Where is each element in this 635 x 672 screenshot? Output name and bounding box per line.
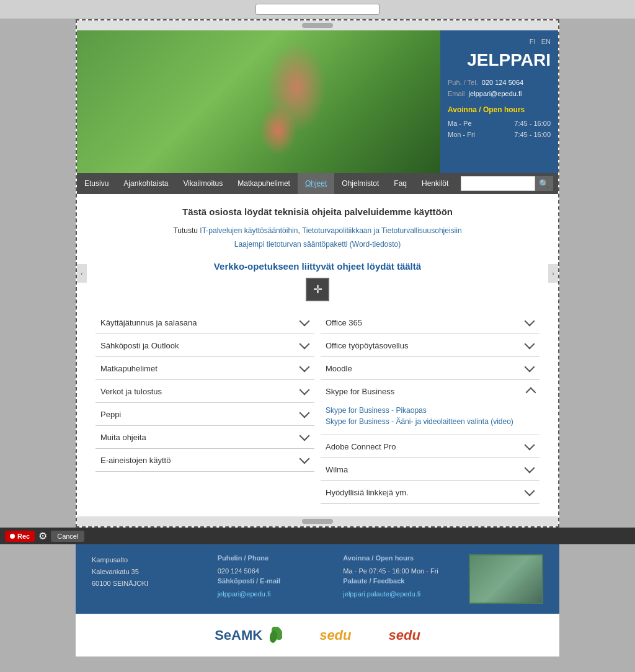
chevron-up-icon [527,386,535,396]
nav-matkapuhelimet[interactable]: Matkapuhelimet [230,173,298,194]
accordion-office-desktop: Office työpöytäsovellus [321,334,540,357]
nav-ohjeet[interactable]: Ohjeet [298,173,334,194]
lang-en[interactable]: EN [541,38,551,45]
accordion-sahkoposti: Sähköposti ja Outlook [95,334,314,357]
header-photo [77,30,443,173]
email-value: jelppari@epedu.fi [469,90,522,97]
scroll-right-arrow[interactable]: › [548,264,558,283]
accordion-header-eaineistot[interactable]: E-aineistojen käyttö [95,449,314,471]
move-handle[interactable]: ✛ [306,278,329,301]
accordion-label-office-desktop: Office työpöytäsovellus [326,341,408,350]
sedu1-logo: sedu [319,627,351,643]
header-person-image [77,30,443,173]
accordion-muita: Muita ohjeita [95,426,314,449]
lang-fi[interactable]: FI [530,38,536,45]
intro-label: Tutustu [173,226,198,235]
chevron-down-icon [300,363,309,373]
footer-feedback-link[interactable]: jelppari.palaute@epedu.fi [343,588,456,600]
link-skype-pikaopas[interactable]: Skype for Business - Pikaopas [326,406,535,415]
chevron-down-icon [525,487,535,497]
accordion-header-adobe[interactable]: Adobe Connect Pro [321,435,540,458]
main-content: Tästä osiosta löydät teknisiä ohjeita pa… [77,194,558,516]
site-footer: Kampusalto Kalevankatu 35 60100 SEINÄJOK… [76,544,559,614]
accordion-label-moodle: Moodle [326,364,352,373]
search-button[interactable]: 🔍 [535,176,553,191]
accordion-header-matkapuhelimet[interactable]: Matkapuhelimet [95,357,314,379]
footer-email-heading: Sähköposti / E-mail [218,577,331,585]
nav-vikailmoitus[interactable]: Vikailmoitus [175,173,230,194]
scroll-left-arrow[interactable]: ‹ [77,264,87,283]
hours-fi-time: 7:45 - 16:00 [514,118,551,130]
accordion-header-wilma[interactable]: Wilma [321,458,540,480]
seamk-text: SeAMK [215,627,262,643]
nav-henkilot[interactable]: Henkilöt [414,173,456,194]
record-button[interactable]: Rec [5,531,35,542]
site-header: FI EN JELPPARI Puh. / Tel. 020 124 5064 … [77,30,558,173]
footer-phone-heading: Puhelin / Phone [218,554,331,562]
nav-faq[interactable]: Faq [386,173,414,194]
chevron-down-icon [525,340,535,350]
accordion-kayttajatunnus: Käyttäjätunnus ja salasana [95,311,314,334]
move-icon-area: ✛ [95,278,540,301]
footer-address-line1: Kampusalto [92,554,205,566]
phone-value: 020 124 5064 [482,79,523,86]
accordion-skype: Skype for Business Skype for Business - … [321,380,540,435]
chevron-down-icon [300,386,309,396]
accordion-wilma: Wilma [321,458,540,481]
link-tietoturva-paketti[interactable]: Laajempi tietoturvan sääntöpaketti (Word… [234,240,401,249]
accordion-label-adobe: Adobe Connect Pro [326,442,396,451]
bottom-scrollbar[interactable] [77,516,558,526]
nav-ajankohtaista[interactable]: Ajankohtaista [116,173,175,194]
bottom-scroll-thumb [302,519,333,524]
footer-image-col [463,554,549,604]
accordion-header-peppi[interactable]: Peppi [95,403,314,425]
partners-bar: SeAMK sedu sedu [76,614,559,657]
nav-ohjelmistot[interactable]: Ohjelmistot [334,173,386,194]
verkko-section-heading[interactable]: Verkko-opetukseen liittyvät ohjeet löydä… [95,261,540,272]
phone-label: Puh. / Tel. [448,79,478,86]
link-skype-aani[interactable]: Skype for Business - Ääni- ja videolaitt… [326,417,535,426]
hours-fi-label: Ma - Pe [448,118,472,130]
hours-en-label: Mon - Fri [448,130,475,141]
accordion-office365: Office 365 [321,311,540,334]
accordion-header-muita[interactable]: Muita ohjeita [95,426,314,448]
footer-phone: 020 124 5064 [218,565,331,577]
accordion-header-verkot[interactable]: Verkot ja tulostus [95,380,314,402]
link-it-kayttosaannot[interactable]: IT-palvelujen käyttösääntöihin [200,226,298,235]
url-bar[interactable] [255,4,380,15]
accordion-header-office-desktop[interactable]: Office työpöytäsovellus [321,334,540,356]
language-selector[interactable]: FI EN [448,38,551,45]
footer-address-line2: Kalevankatu 35 [92,566,205,578]
chevron-down-icon [525,363,535,373]
cancel-button[interactable]: Cancel [51,531,84,542]
accordion-verkot: Verkot ja tulostus [95,380,314,403]
top-scrollbar[interactable] [77,20,558,30]
accordion-header-hyodyllisia[interactable]: Hyödyllisiä linkkejä ym. [321,481,540,503]
accordion-grid: Käyttäjätunnus ja salasana Sähköposti ja… [95,311,540,504]
accordion-header-sahkoposti[interactable]: Sähköposti ja Outlook [95,334,314,356]
chevron-down-icon [525,464,535,474]
accordion-moodle: Moodle [321,357,540,380]
footer-email-link[interactable]: jelppari@epedu.fi [218,588,331,600]
accordion-header-skype[interactable]: Skype for Business [321,380,540,402]
accordion-label-wilma: Wilma [326,465,348,474]
search-input[interactable] [461,176,535,191]
hours-fi-row: Ma - Pe 7:45 - 16:00 [448,118,551,130]
accordion-header-moodle[interactable]: Moodle [321,357,540,379]
footer-contact-col: Puhelin / Phone 020 124 5064 Sähköposti … [211,554,337,604]
accordion-header-kayttajatunnus[interactable]: Käyttäjätunnus ja salasana [95,311,314,334]
settings-button[interactable]: ⚙ [38,530,47,542]
nav-etusivu[interactable]: Etusivu [77,173,116,194]
chevron-down-icon [300,317,309,327]
sedu2-text: sedu [389,627,420,643]
link-tietoturva[interactable]: Tietoturvapolitiikkaan ja Tietoturvallis… [302,226,462,235]
search-area: 🔍 [461,176,558,191]
chevron-down-icon [300,409,309,419]
sedu1-text: sedu [319,627,351,643]
accordion-peppi: Peppi [95,403,314,426]
intro-text: Tutustu IT-palvelujen käyttösääntöihin, … [95,224,540,251]
rec-label: Rec [17,533,30,540]
accordion-header-office365[interactable]: Office 365 [321,311,540,334]
footer-address-line3: 60100 SEINÄJOKI [92,578,205,590]
seamk-leaf-icon [265,627,282,644]
